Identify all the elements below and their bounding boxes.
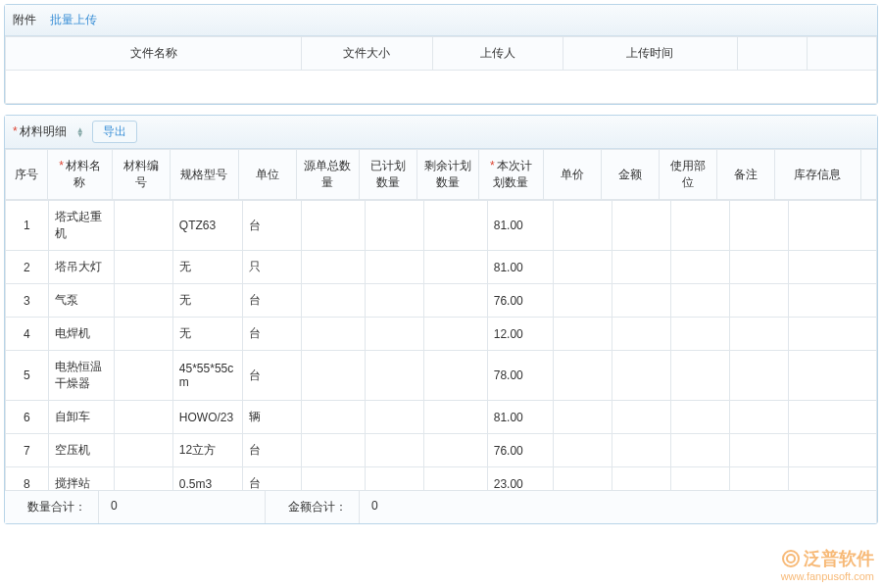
cell-amount	[612, 351, 670, 401]
material-table-scroll[interactable]: 1塔式起重机QTZ63台81.002塔吊大灯无只81.003气泵无台76.004…	[5, 200, 877, 490]
cell-name: 塔吊大灯	[48, 251, 114, 284]
cell-qty: 76.00	[487, 434, 553, 467]
cell-seq: 8	[6, 467, 49, 491]
table-row[interactable]: 6自卸车HOWO/23辆81.00	[6, 401, 877, 434]
cell-name: 气泵	[48, 284, 114, 318]
col-unit: 单位	[239, 150, 297, 200]
cell-note	[729, 201, 788, 251]
required-star-icon: *	[13, 124, 18, 138]
cell-planned	[366, 351, 424, 401]
cell-note	[729, 318, 788, 351]
cell-seq: 4	[6, 318, 49, 351]
cell-amount	[612, 251, 670, 284]
cell-code	[114, 467, 172, 491]
table-row[interactable]: 7空压机12立方台76.00	[6, 434, 877, 467]
cell-name: 电热恒温干燥器	[48, 351, 114, 401]
col-price: 单价	[543, 150, 601, 200]
cell-unit: 台	[243, 284, 302, 318]
cell-remain	[424, 201, 488, 251]
table-row[interactable]: 5电热恒温干燥器45*55*55cm台78.00	[6, 351, 877, 401]
cell-unit: 台	[243, 434, 302, 467]
cell-dept	[670, 284, 729, 318]
cell-code	[114, 351, 172, 401]
table-row[interactable]: 8搅拌站0.5m3台23.00	[6, 467, 877, 491]
cell-qty: 81.00	[487, 201, 553, 251]
cell-price	[553, 251, 612, 284]
cell-spec: 无	[172, 284, 243, 318]
cell-dept	[670, 467, 729, 491]
cell-planned	[366, 318, 424, 351]
cell-unit: 台	[243, 318, 302, 351]
col-note: 备注	[716, 150, 774, 200]
cell-spec: HOWO/23	[172, 401, 243, 434]
col-dept: 使用部位	[659, 150, 716, 200]
cell-stock	[788, 351, 876, 401]
col-uploader: 上传人	[432, 37, 563, 71]
cell-spec: 0.5m3	[172, 467, 243, 491]
cell-dept	[670, 434, 729, 467]
table-row[interactable]: 1塔式起重机QTZ63台81.00	[6, 201, 877, 251]
cell-planned	[366, 401, 424, 434]
cell-src	[302, 251, 366, 284]
bulk-upload-button[interactable]: 批量上传	[44, 10, 103, 30]
cell-src	[302, 284, 366, 318]
attachment-table: 文件名称 文件大小 上传人 上传时间	[5, 36, 877, 104]
cell-planned	[366, 201, 424, 251]
col-scrollbar-spacer	[861, 150, 877, 200]
material-header-row: 序号 *材料名称 材料编号 规格型号 单位 源单总数量 已计划数量 剩余计划数量…	[6, 150, 877, 200]
cell-code	[114, 434, 172, 467]
cell-remain	[424, 284, 488, 318]
cell-price	[553, 318, 612, 351]
material-detail-header: *材料明细 ▲▼ 导出	[5, 116, 877, 149]
table-row[interactable]: 3气泵无台76.00	[6, 284, 877, 318]
cell-src	[302, 351, 366, 401]
col-action2	[807, 37, 876, 71]
col-action1	[737, 37, 807, 71]
sort-icon[interactable]: ▲▼	[76, 127, 84, 137]
cell-note	[729, 401, 788, 434]
cell-unit: 台	[243, 201, 302, 251]
export-button[interactable]: 导出	[92, 121, 137, 143]
cell-qty: 81.00	[487, 401, 553, 434]
cell-src	[302, 201, 366, 251]
cell-remain	[424, 434, 488, 467]
qty-total-label: 数量合计：	[5, 491, 99, 523]
cell-unit: 台	[243, 467, 302, 491]
cell-seq: 2	[6, 251, 49, 284]
cell-name: 塔式起重机	[48, 201, 114, 251]
cell-unit: 辆	[243, 401, 302, 434]
cell-unit: 台	[243, 351, 302, 401]
col-this-qty: *本次计划数量	[479, 150, 544, 200]
cell-remain	[424, 467, 488, 491]
col-filesize: 文件大小	[302, 37, 432, 71]
cell-qty: 12.00	[487, 318, 553, 351]
cell-stock	[788, 467, 876, 491]
cell-planned	[366, 251, 424, 284]
cell-qty: 81.00	[487, 251, 553, 284]
cell-seq: 1	[6, 201, 49, 251]
cell-src	[302, 318, 366, 351]
cell-remain	[424, 251, 488, 284]
table-row[interactable]: 4电焊机无台12.00	[6, 318, 877, 351]
attachment-panel: 附件 批量上传 文件名称 文件大小 上传人 上传时间	[4, 4, 878, 105]
cell-dept	[670, 401, 729, 434]
cell-name: 空压机	[48, 434, 114, 467]
col-spec: 规格型号	[170, 150, 238, 200]
cell-unit: 只	[243, 251, 302, 284]
cell-src	[302, 401, 366, 434]
cell-planned	[366, 434, 424, 467]
cell-stock	[788, 401, 876, 434]
cell-code	[114, 401, 172, 434]
cell-qty: 78.00	[487, 351, 553, 401]
cell-spec: 12立方	[172, 434, 243, 467]
material-footer: 数量合计： 0 金额合计： 0	[5, 490, 877, 523]
table-row[interactable]: 2塔吊大灯无只81.00	[6, 251, 877, 284]
cell-price	[553, 284, 612, 318]
col-src-qty: 源单总数量	[297, 150, 360, 200]
cell-price	[553, 434, 612, 467]
cell-dept	[670, 318, 729, 351]
material-table-body: 1塔式起重机QTZ63台81.002塔吊大灯无只81.003气泵无台76.004…	[5, 200, 877, 490]
cell-spec: 45*55*55cm	[172, 351, 243, 401]
cell-src	[302, 467, 366, 491]
cell-seq: 3	[6, 284, 49, 318]
